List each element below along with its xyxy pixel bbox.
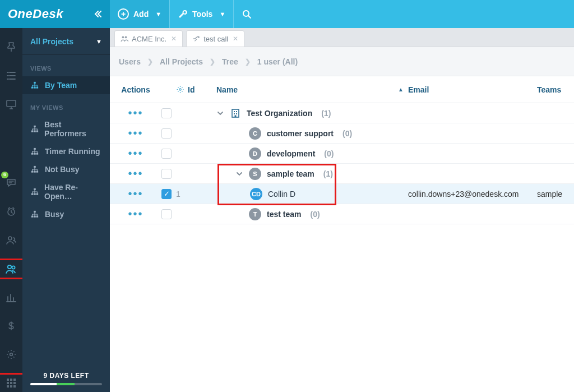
row-actions[interactable]: •••: [114, 187, 157, 200]
row-name: customer support: [267, 129, 334, 138]
chevron-right-icon: ❯: [210, 58, 215, 66]
row-checkbox[interactable]: [161, 128, 172, 139]
rail-messages[interactable]: 6: [0, 174, 22, 191]
close-icon[interactable]: ✕: [233, 35, 238, 43]
row-checkbox[interactable]: [161, 169, 172, 179]
row-checkbox-cell: [157, 189, 176, 199]
svg-rect-19: [34, 87, 36, 89]
svg-rect-23: [34, 131, 36, 132]
svg-rect-37: [34, 211, 36, 213]
rail-monitor[interactable]: [0, 95, 22, 113]
view-item[interactable]: Timer Running: [22, 142, 110, 160]
table-row[interactable]: •••Ddevelopment(0): [110, 144, 574, 164]
row-checkbox[interactable]: [161, 189, 172, 199]
table-row[interactable]: •••Ccustomer support(0): [110, 123, 574, 144]
logo-area: OneDesk: [0, 0, 110, 28]
row-name-cell: Ddevelopment(0): [216, 147, 408, 160]
svg-rect-9: [10, 379, 12, 381]
close-icon[interactable]: ✕: [171, 35, 177, 43]
sitemap-icon: [30, 125, 39, 133]
row-checkbox[interactable]: [161, 149, 172, 159]
add-button[interactable]: + Add ▼: [110, 0, 169, 28]
gear-icon[interactable]: [176, 85, 184, 94]
view-item[interactable]: Have Re-Open…: [22, 178, 110, 205]
svg-rect-26: [31, 153, 34, 155]
col-actions-header[interactable]: Actions: [114, 85, 157, 94]
svg-rect-22: [31, 131, 33, 132]
row-email: collin.downs+23@onedesk.com: [408, 190, 537, 199]
svg-rect-8: [7, 379, 9, 381]
view-item[interactable]: By Team: [22, 76, 110, 94]
row-checkbox[interactable]: [161, 209, 172, 219]
rail-billing[interactable]: [0, 317, 22, 335]
table-row[interactable]: •••Ssample team(1): [110, 164, 574, 184]
main-area: ACME Inc.✕test call✕ Users❯All Projects❯…: [110, 28, 574, 392]
rail-tasks[interactable]: [0, 67, 22, 84]
row-checkbox[interactable]: [161, 108, 172, 118]
rail-pin[interactable]: [0, 38, 22, 56]
trial-progress-fill: [30, 383, 75, 385]
rail-apps[interactable]: [0, 375, 22, 392]
row-checkbox-cell: [157, 209, 176, 219]
tab-icon: [121, 35, 128, 42]
svg-point-5: [8, 265, 11, 269]
table-row[interactable]: •••Ttest team(0): [110, 204, 574, 224]
row-name: sample team: [267, 169, 314, 178]
view-label: Timer Running: [45, 147, 100, 156]
tools-button[interactable]: Tools ▼: [170, 0, 233, 28]
breadcrumb: Users❯All Projects❯Tree❯1 user (All): [110, 47, 574, 76]
plus-icon: +: [118, 8, 129, 20]
breadcrumb-item[interactable]: Tree: [222, 57, 238, 66]
svg-rect-24: [36, 131, 38, 132]
col-id-header[interactable]: Id: [176, 85, 216, 94]
avatar: CD: [250, 188, 262, 200]
svg-rect-27: [34, 153, 36, 155]
svg-rect-47: [236, 111, 237, 112]
row-actions[interactable]: •••: [114, 107, 157, 119]
collapse-sidebar-button[interactable]: [94, 10, 102, 18]
table-row[interactable]: •••Test Organization(1): [110, 103, 574, 123]
sitemap-icon: [30, 210, 39, 218]
view-item[interactable]: Not Busy: [22, 160, 110, 178]
breadcrumb-item[interactable]: Users: [119, 57, 141, 66]
row-count: (0): [342, 129, 352, 138]
view-item[interactable]: Best Performers: [22, 116, 110, 142]
trial-status[interactable]: 9 DAYS LEFT: [22, 367, 110, 392]
view-item[interactable]: Busy: [22, 205, 110, 223]
row-checkbox-cell: [157, 128, 176, 139]
row-actions[interactable]: •••: [114, 147, 157, 160]
rail-users[interactable]: [0, 260, 22, 278]
tab[interactable]: ACME Inc.✕: [114, 30, 183, 47]
chevron-down-icon: ▼: [219, 11, 225, 17]
tab-icon: [192, 35, 200, 43]
svg-point-41: [122, 36, 124, 39]
row-actions[interactable]: •••: [114, 207, 157, 220]
tab[interactable]: test call✕: [186, 30, 244, 47]
breadcrumb-item[interactable]: All Projects: [160, 57, 203, 66]
svg-rect-20: [36, 87, 39, 89]
col-email-header[interactable]: Email: [408, 85, 537, 94]
row-actions[interactable]: •••: [114, 167, 157, 180]
project-selector[interactable]: All Projects ▼: [22, 28, 110, 55]
search-button[interactable]: [234, 0, 260, 28]
rail-analytics[interactable]: [0, 289, 22, 306]
svg-rect-29: [34, 166, 36, 168]
rail-customers[interactable]: [0, 231, 22, 248]
svg-rect-28: [36, 153, 39, 155]
tree-toggle[interactable]: [216, 110, 224, 116]
svg-rect-31: [34, 171, 36, 173]
rail-settings[interactable]: [0, 346, 22, 363]
rail-clock[interactable]: [0, 202, 22, 220]
trial-text: 9 DAYS LEFT: [30, 372, 102, 380]
view-label: Best Performers: [44, 120, 102, 138]
table-row[interactable]: •••1CDCollin Dcollin.downs+23@onedesk.co…: [110, 184, 574, 204]
avatar: D: [249, 147, 261, 160]
row-actions[interactable]: •••: [114, 127, 157, 140]
col-name-header[interactable]: Name ▲: [216, 85, 408, 94]
tree-toggle[interactable]: [235, 171, 243, 177]
row-name-cell: CDCollin D: [216, 188, 408, 200]
project-selector-label: All Projects: [30, 37, 73, 46]
spacer: [22, 223, 110, 367]
svg-rect-50: [235, 115, 237, 117]
col-teams-header[interactable]: Teams: [537, 85, 570, 94]
